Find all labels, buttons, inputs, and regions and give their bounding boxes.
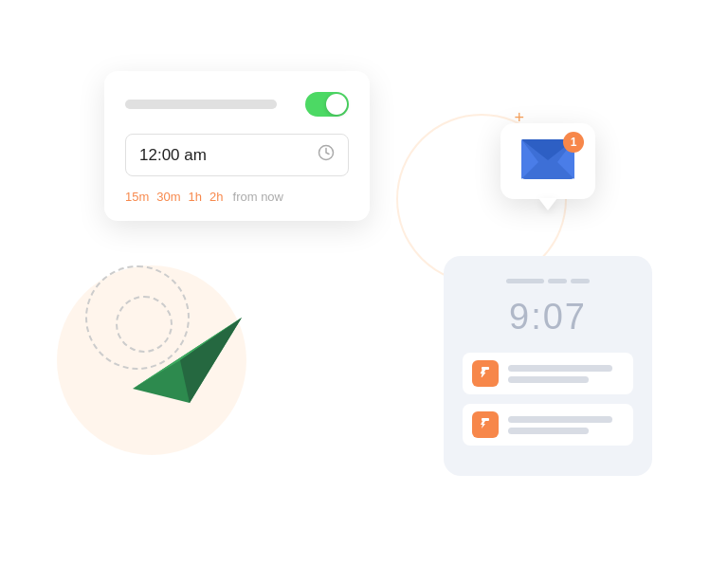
phone-card: 9:07 (444, 256, 652, 476)
notification-badge: 1 (563, 132, 584, 153)
toggle-knob (326, 94, 347, 115)
time-shortcuts: 15m 30m 1h 2h from now (125, 190, 349, 204)
shortcut-30m[interactable]: 30m (156, 190, 180, 204)
toggle-row (125, 92, 349, 117)
phone-dot-2 (571, 279, 590, 283)
svg-rect-9 (482, 418, 489, 421)
time-picker-card: 12:00 am 15m 30m 1h 2h from now (104, 71, 370, 221)
shortcut-2h[interactable]: 2h (209, 190, 223, 204)
shortcut-1h[interactable]: 1h (189, 190, 202, 204)
paper-plane (123, 303, 246, 411)
clock-icon (318, 144, 335, 166)
notif-line-long-1 (508, 365, 612, 372)
time-value: 12:00 am (139, 146, 207, 165)
phone-dot-wide (506, 279, 544, 283)
notif-line-short-1 (508, 376, 589, 383)
notification-lines-1 (508, 365, 624, 383)
toggle-switch[interactable] (305, 92, 349, 117)
from-now-label: from now (233, 190, 283, 204)
notification-icon-box-1 (472, 360, 499, 387)
phone-dots (463, 279, 633, 283)
phone-time-display: 9:07 (463, 297, 633, 337)
envelope-container: 1 (521, 139, 574, 183)
svg-rect-8 (482, 367, 489, 370)
svg-marker-7 (180, 318, 242, 403)
phone-dot-1 (548, 279, 567, 283)
shortcut-15m[interactable]: 15m (125, 190, 149, 204)
notification-icon-box-2 (472, 411, 499, 438)
notif-line-long-2 (508, 416, 612, 423)
email-bubble: 1 (500, 123, 595, 199)
notification-item-1 (463, 353, 633, 394)
notif-line-short-2 (508, 428, 589, 434)
toggle-bar-decoration (125, 100, 277, 109)
notification-lines-2 (508, 416, 624, 434)
notification-item-2 (463, 404, 633, 446)
time-input-row[interactable]: 12:00 am (125, 134, 349, 176)
